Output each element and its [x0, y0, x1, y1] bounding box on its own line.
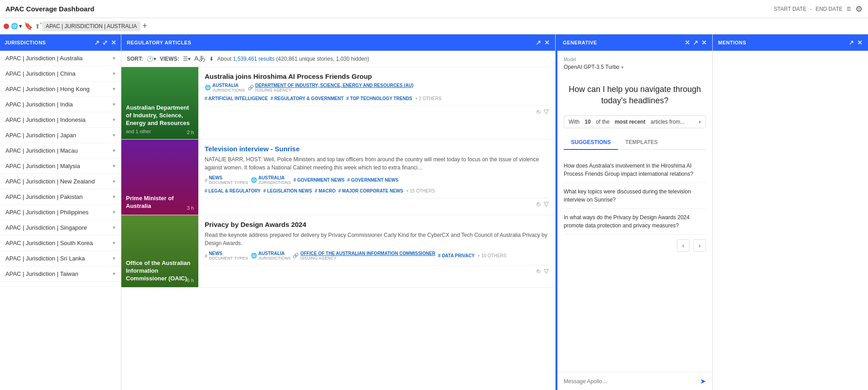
article-title[interactable]: Privacy by Design Awards 2024 — [205, 221, 549, 228]
jurisdiction-item[interactable]: APAC | Jurisdiction | Japan▾ — [0, 128, 121, 143]
jurisdiction-item[interactable]: APAC | Jurisdiction | Australia▾ — [0, 51, 121, 66]
jurisdiction-item[interactable]: APAC | Jurisdiction | Singapore▾ — [0, 220, 121, 236]
jurisdiction-label: APAC | Jurisdiction | Sri Lanka — [5, 255, 85, 262]
jurisdictions-expand-icon[interactable]: ↗ — [94, 39, 100, 46]
jurisdictions-maximize-icon[interactable]: ⤢ — [102, 39, 108, 46]
generative-close2-icon[interactable]: ✕ — [701, 39, 707, 46]
download-icon[interactable]: ⬇ — [209, 56, 214, 62]
results-info: About 1,539,461 results (420,861 unique … — [217, 56, 369, 62]
jurisdiction-label: APAC | Jurisdiction | Malysia — [5, 163, 80, 169]
gear-icon[interactable]: ⚙ — [855, 4, 863, 14]
suggestion-item[interactable]: What key topics were discussed during th… — [564, 183, 706, 209]
article-tag-group: # NEWS DOCUMENT TYPES 🌐 AUSTRALIA JURISD… — [205, 251, 291, 260]
jurisdiction-chevron: ▾ — [113, 86, 115, 92]
add-tab-button[interactable]: + — [142, 21, 147, 31]
article-tag: # MACRO — [315, 188, 336, 193]
context-suffix: articles from... — [651, 119, 685, 125]
articles-title: REGULATORY ARTICLES — [127, 40, 192, 45]
model-name: OpenAI GPT-3.5 Turbo — [564, 64, 619, 70]
top-bar: APAC Coverage Dashboard START DATE - END… — [0, 0, 868, 18]
mentions-expand-icon[interactable]: ↗ — [849, 39, 854, 46]
article-thumbnail: Office of the Australian Information Com… — [121, 215, 198, 287]
gen-next-button[interactable]: › — [693, 239, 706, 252]
share-icon[interactable]: ⎋ — [537, 108, 540, 115]
suggestion-item[interactable]: In what ways do the Privacy by Design Aw… — [564, 209, 706, 235]
translate-icon[interactable]: Aあ — [194, 54, 206, 63]
article-card: Australian Department of Industry, Scien… — [121, 67, 555, 140]
jurisdiction-chevron: ▾ — [113, 255, 115, 261]
jurisdictions-close-icon[interactable]: ✕ — [111, 39, 117, 46]
doctype-icon: # — [205, 253, 207, 259]
jurisdiction-item[interactable]: APAC | Jurisdiction | South Korea▾ — [0, 236, 121, 251]
sort-icon[interactable]: 🕐▾ — [147, 56, 156, 62]
jurisdiction-item[interactable]: APAC | Jurisdiction | Philippines▾ — [0, 205, 121, 220]
suggestion-item[interactable]: How does Australia's involvement in the … — [564, 157, 706, 183]
gen-context-row[interactable]: With 10 of the most recent articles from… — [564, 116, 706, 128]
mentions-close-icon[interactable]: ✕ — [857, 39, 863, 46]
jurisdiction-item[interactable]: APAC | Jurisdiction | India▾ — [0, 97, 121, 112]
jurisdiction-item[interactable]: APAC | Jurisdiction | Hong Kong▾ — [0, 82, 121, 97]
generative-question: How can I help you navigate through toda… — [564, 84, 706, 106]
jurisdiction-item[interactable]: APAC | Jurisdiction | Pakistan▾ — [0, 189, 121, 205]
articles-expand-icon[interactable]: ↗ — [536, 39, 542, 46]
model-select[interactable]: OpenAI GPT-3.5 Turbo ▾ — [564, 64, 706, 70]
jurisdiction-label: APAC | Jurisdiction | Pakistan — [5, 193, 83, 200]
generative-header-icons: ✕ ↗ ✕ — [685, 39, 707, 46]
article-tag: # LEGAL & REGULATORY — [205, 188, 261, 193]
article-tag: # TOP TECHNOLOGY TRENDS — [346, 96, 412, 101]
globe-caret: ▾ — [19, 23, 22, 29]
articles-close-icon[interactable]: ✕ — [544, 39, 550, 46]
jurisdiction-item[interactable]: APAC | Jurisdiction | Malysia▾ — [0, 159, 121, 174]
generative-close-icon[interactable]: ✕ — [685, 39, 691, 46]
thumb-time: 6 h — [187, 277, 194, 284]
model-label: Model — [564, 57, 706, 62]
article-tag-group: # NEWS DOCUMENT TYPES 🌐 AUSTRALIA JURISD… — [205, 175, 398, 185]
templates-tab[interactable]: TEMPLATES — [618, 135, 665, 150]
active-tab[interactable]: APAC | JURISDICTION | AUSTRALIA — [42, 21, 140, 31]
article-title[interactable]: Australia joins Hiroshima AI Process Fri… — [205, 72, 549, 80]
article-snippet: Read the keynote address prepared for de… — [205, 231, 549, 247]
filter-icon[interactable]: ▽ — [544, 267, 549, 274]
article-snippet: NATALIE BARR, HOST: Well, Police Ministe… — [205, 155, 549, 172]
filter-icon[interactable]: ▽ — [544, 200, 549, 207]
suggestions-tab[interactable]: SUGGESTIONS — [564, 135, 618, 150]
context-caret-icon: ▾ — [699, 120, 701, 125]
gen-tabs: SUGGESTIONS TEMPLATES — [564, 135, 706, 150]
share-icon[interactable]: ⎋ — [537, 267, 540, 274]
jurisdiction-item[interactable]: APAC | Jurisdiction | Taiwan▾ — [0, 266, 121, 282]
jurisdiction-item[interactable]: APAC | Jurisdiction | Indonesia▾ — [0, 112, 121, 128]
jurisdiction-item[interactable]: APAC | Jurisdiction | Macau▾ — [0, 143, 121, 159]
mentions-panel: MENTIONS ↗ ✕ — [713, 34, 868, 390]
main-layout: JURISDICTIONS ↗ ⤢ ✕ APAC | Jurisdiction … — [0, 34, 868, 390]
jurisdiction-item[interactable]: APAC | Jurisdiction | Sri Lanka▾ — [0, 251, 121, 266]
gen-prev-button[interactable]: ‹ — [677, 239, 690, 252]
agency-tag-icon: 🔗 — [293, 253, 299, 259]
jurisdiction-item[interactable]: APAC | Jurisdiction | New Zealand▾ — [0, 174, 121, 189]
article-tags-row3: 🔗 OFFICE OF THE AUSTRALIAN INFORMATION C… — [293, 251, 506, 260]
jurisdiction-item[interactable]: APAC | Jurisdiction | China▾ — [0, 66, 121, 82]
calendar-icon[interactable]: 🗓 — [846, 6, 852, 12]
filter-icon[interactable]: ▽ — [544, 108, 549, 115]
article-tag: # ARTIFICIAL INTELLIGENCE — [205, 96, 268, 101]
end-date-label: END DATE — [815, 6, 843, 12]
article-thumbnail: Australian Department of Industry, Scien… — [121, 67, 198, 139]
views-list-icon[interactable]: ☰▾ — [183, 56, 191, 62]
gen-message-input[interactable] — [564, 378, 700, 385]
tab-label: APAC | JURISDICTION | AUSTRALIA — [46, 23, 137, 29]
doctype-val: NEWS — [209, 175, 222, 180]
globe-icon: 🌐 — [11, 23, 18, 29]
doctype-icon: # — [205, 178, 207, 183]
generative-expand-icon[interactable]: ↗ — [693, 39, 699, 46]
article-tag: # REGULATORY & GOVERNMENT — [270, 96, 343, 101]
generative-header: GENERATIVE ✕ ↗ ✕ — [557, 34, 712, 51]
jurisdiction-label: APAC | Jurisdiction | Taiwan — [5, 270, 78, 277]
agency-sub: ISSUING AGENCY — [300, 256, 435, 260]
more-tags: + 10 OTHERS — [477, 253, 506, 258]
share-icon[interactable]: ⎋ — [537, 200, 540, 207]
context-of: of the — [596, 119, 609, 125]
gen-send-button[interactable]: ➤ — [700, 377, 706, 385]
article-title[interactable]: Television interview - Sunrise — [205, 145, 549, 153]
jurisdiction-chevron: ▾ — [113, 209, 115, 215]
globe-button[interactable]: 🌐 ▾ — [11, 23, 22, 29]
jurisdiction-sub: JURISDICTIONS — [212, 88, 245, 92]
